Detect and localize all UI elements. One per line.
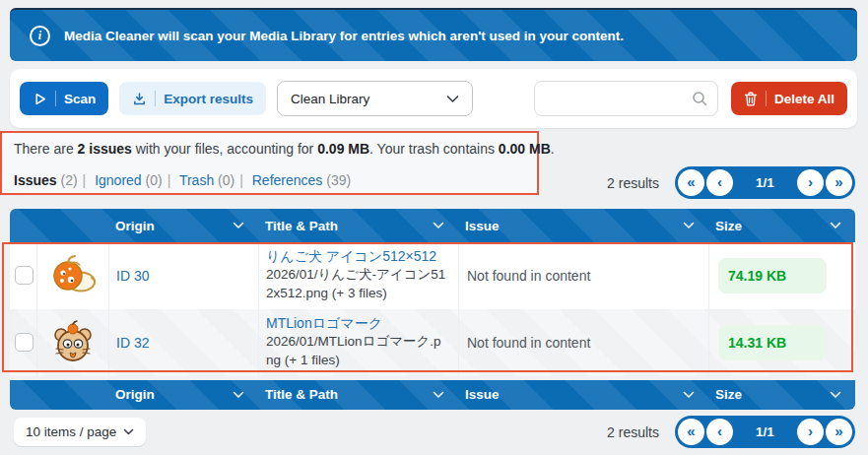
column-header-origin[interactable]: Origin — [108, 387, 258, 402]
items-per-page-value: 10 items / page — [26, 424, 116, 439]
prev-page-button[interactable]: ‹ — [706, 169, 733, 196]
trash-size: 0.00 MB — [499, 141, 551, 157]
table-header-top: Origin Title & Path Issue Size — [10, 209, 855, 242]
banner-text: Media Cleaner will scan your Media Libra… — [64, 29, 624, 43]
media-path: 2026/01/MTLionロゴマーク.png (+ 1 files) — [266, 333, 448, 370]
chevron-down-icon — [233, 391, 244, 399]
tab-issues[interactable]: Issues — [14, 172, 57, 188]
export-results-label: Export results — [164, 92, 253, 106]
table-row: ID 30 りんご犬 アイコン512×512 2026/01/りんご犬-アイコン… — [10, 242, 855, 309]
info-banner: i Media Cleaner will scan your Media Lib… — [10, 8, 857, 61]
size-cell: 14.31 KB — [708, 309, 855, 376]
row-checkbox[interactable] — [15, 266, 33, 285]
library-filter-select[interactable]: Clean Library — [277, 81, 473, 116]
divider — [55, 91, 56, 106]
tab-issues-count: (2) — [60, 172, 77, 188]
divider — [155, 91, 156, 106]
chevron-down-icon — [433, 222, 444, 229]
tab-references-count: (39) — [326, 172, 351, 188]
results-bar-top: 2 results « ‹ 1/1 › » — [607, 166, 855, 199]
next-page-button[interactable]: › — [797, 419, 824, 445]
trash-icon — [744, 92, 758, 106]
column-header-title-path[interactable]: Title & Path — [258, 387, 458, 402]
tab-ignored-count: (0) — [146, 172, 163, 188]
search-field — [534, 81, 718, 116]
media-table: Origin Title & Path Issue Size — [10, 209, 855, 410]
column-header-title-path[interactable]: Title & Path — [258, 219, 458, 233]
chevron-down-icon — [233, 222, 244, 229]
page-indicator: 1/1 — [733, 424, 797, 439]
last-page-button[interactable]: » — [826, 419, 852, 445]
scan-summary: There are 2 issues with your files, acco… — [14, 141, 555, 157]
search-input[interactable] — [544, 92, 691, 106]
chevron-down-icon — [433, 391, 444, 399]
chevron-down-icon — [830, 391, 841, 399]
column-header-origin[interactable]: Origin — [108, 219, 258, 233]
delete-all-button[interactable]: Delete All — [731, 82, 847, 115]
items-per-page-select[interactable]: 10 items / page — [14, 418, 146, 446]
column-header-size[interactable]: Size — [708, 219, 855, 233]
apple-dog-mascot-image — [48, 251, 98, 300]
results-bar-bottom: 2 results « ‹ 1/1 › » — [607, 416, 855, 448]
media-id-link[interactable]: ID 30 — [116, 268, 149, 284]
next-page-button[interactable]: › — [797, 169, 824, 196]
play-icon — [33, 92, 47, 106]
title-path-cell: りんご犬 アイコン512×512 2026/01/りんご犬-アイコン512x51… — [258, 242, 458, 309]
prev-page-button[interactable]: ‹ — [706, 419, 733, 445]
table-row: ID 32 MTLionロゴマーク 2026/01/MTLionロゴマーク.pn… — [10, 309, 855, 376]
library-filter-value: Clean Library — [291, 92, 369, 106]
column-header-issue[interactable]: Issue — [458, 219, 708, 233]
media-path: 2026/01/りんご犬-アイコン512x512.png (+ 3 files) — [266, 266, 448, 303]
export-results-button[interactable]: Export results — [119, 82, 266, 115]
scan-button[interactable]: Scan — [20, 82, 108, 115]
page-indicator: 1/1 — [733, 175, 797, 190]
chevron-down-icon — [683, 391, 695, 399]
search-icon[interactable] — [691, 90, 708, 107]
media-title-link[interactable]: りんご犬 アイコン512×512 — [266, 248, 436, 266]
size-cell: 74.19 KB — [708, 242, 855, 309]
chevron-down-icon — [683, 222, 695, 229]
info-icon: i — [30, 26, 50, 46]
tab-trash-count: (0) — [218, 172, 234, 188]
tab-ignored[interactable]: Ignored — [95, 172, 141, 188]
result-tabs: Issues (2)| Ignored (0)| Trash (0)| Refe… — [14, 172, 351, 188]
results-count: 2 results — [607, 424, 659, 440]
origin-cell: ID 32 — [108, 309, 258, 376]
media-id-link[interactable]: ID 32 — [116, 335, 149, 351]
origin-cell: ID 30 — [108, 242, 258, 309]
toolbar: Scan Export results Clean Library — [10, 69, 857, 128]
issue-count: 2 issues — [78, 141, 132, 157]
pagination-top: « ‹ 1/1 › » — [675, 166, 855, 199]
row-checkbox[interactable] — [15, 333, 33, 352]
column-header-size[interactable]: Size — [708, 387, 855, 402]
tab-references[interactable]: References — [252, 172, 323, 188]
last-page-button[interactable]: » — [826, 169, 852, 196]
lion-mascot-image — [48, 318, 98, 367]
divider — [766, 91, 767, 106]
issues-size: 0.09 MB — [317, 141, 369, 157]
chevron-down-icon — [123, 428, 134, 436]
first-page-button[interactable]: « — [678, 419, 704, 445]
size-badge: 14.31 KB — [718, 325, 827, 360]
pagination-bottom: « ‹ 1/1 › » — [675, 416, 855, 448]
download-icon — [132, 92, 147, 106]
scan-button-label: Scan — [64, 92, 96, 106]
column-header-issue[interactable]: Issue — [458, 387, 708, 402]
issue-cell: Not found in content — [458, 309, 708, 376]
table-header-bottom: Origin Title & Path Issue Size — [10, 380, 855, 410]
tab-trash[interactable]: Trash — [179, 172, 214, 188]
status-annotation-box: There are 2 issues with your files, acco… — [0, 131, 539, 195]
chevron-down-icon — [830, 222, 841, 229]
size-badge: 74.19 KB — [718, 258, 827, 293]
media-cleaner-screen: i Media Cleaner will scan your Media Lib… — [0, 0, 868, 455]
media-title-link[interactable]: MTLionロゴマーク — [266, 315, 382, 333]
first-page-button[interactable]: « — [678, 169, 704, 196]
media-thumbnail[interactable] — [36, 242, 108, 309]
delete-all-label: Delete All — [774, 92, 835, 106]
title-path-cell: MTLionロゴマーク 2026/01/MTLionロゴマーク.png (+ 1… — [258, 309, 458, 376]
results-count: 2 results — [607, 175, 659, 191]
media-thumbnail[interactable] — [36, 309, 108, 376]
issue-cell: Not found in content — [458, 242, 708, 309]
chevron-down-icon — [446, 95, 459, 103]
